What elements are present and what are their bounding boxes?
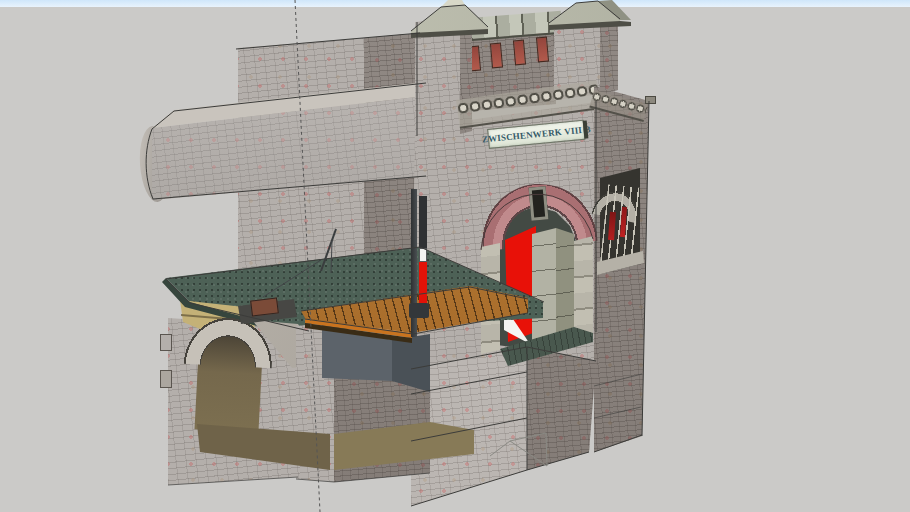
surveyor-rod-red-band	[419, 262, 427, 309]
section-ledge-notch	[160, 370, 172, 388]
3d-viewport[interactable]: ZWISCHENWERK VIII B	[0, 0, 910, 512]
section-ledge-notch	[160, 334, 172, 351]
winch-box	[250, 297, 279, 316]
machicolation-slot	[513, 40, 526, 66]
surveyor-rod-white-band	[419, 248, 427, 262]
wall-peg	[645, 96, 656, 104]
machicolation-slot	[490, 43, 503, 69]
machicolation-box-slot	[529, 186, 549, 220]
machicolation-slot	[536, 37, 549, 63]
surveyor-rod-clamp	[409, 303, 429, 318]
surveyor-rod-upper	[419, 196, 427, 248]
